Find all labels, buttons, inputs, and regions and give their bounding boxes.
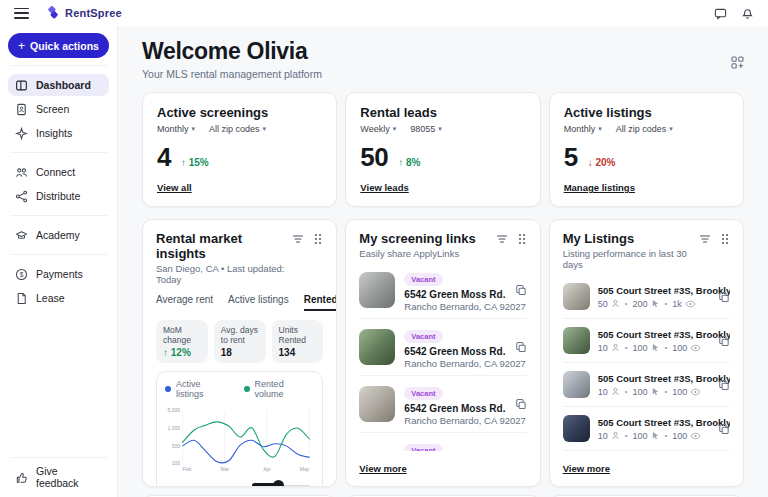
tab-active-listings[interactable]: Active listings — [228, 294, 289, 311]
view-more-link[interactable]: View more — [563, 463, 610, 474]
stat-delta: ↑ 15% — [181, 157, 209, 168]
sidebar-item-academy[interactable]: Academy — [8, 224, 109, 246]
card-title: My screening links — [359, 231, 475, 246]
screening-list-item[interactable]: Vacant 6542 Green Moss Rd. Rancho Bernar… — [359, 319, 526, 376]
main-content: Welcome Olivia Your MLS rental managemen… — [118, 26, 768, 497]
stat-value: 5 — [564, 142, 578, 173]
sidebar-item-insights[interactable]: Insights — [8, 122, 109, 144]
chart-range-slider[interactable] — [252, 480, 310, 487]
legend-rented-volume: Rented volume — [244, 379, 315, 399]
clicks-cursor-icon — [651, 343, 660, 352]
leads-person-icon — [611, 343, 620, 352]
card-subtitle: San Diego, CA • Last updated: Today — [156, 263, 292, 285]
sidebar-item-dashboard[interactable]: Dashboard — [8, 74, 109, 96]
period-filter-dropdown[interactable]: Monthly▾ — [564, 124, 602, 134]
copy-icon[interactable] — [718, 291, 730, 303]
my-listings-card: My Listings Listing performance in last … — [549, 219, 744, 487]
card-subtitle: Easily share ApplyLinks — [359, 248, 475, 259]
chevron-down-icon: ▾ — [598, 125, 602, 133]
avg-days-chip: Avg. days to rent 18 — [214, 320, 266, 363]
svg-text:5,000: 5,000 — [168, 407, 181, 413]
tab-rented-volume[interactable]: Rented volume — [304, 294, 338, 311]
page-subtitle: Your MLS rental management platform — [142, 68, 322, 80]
card-title: Active screenings — [157, 105, 322, 120]
legend-dot-green — [244, 386, 250, 392]
svg-text:500: 500 — [172, 443, 181, 449]
rental-market-insights-card: Rental market insights San Diego, CA • L… — [142, 219, 337, 487]
view-all-link[interactable]: View all — [157, 182, 192, 193]
copy-icon[interactable] — [718, 379, 730, 391]
views-eye-icon — [690, 344, 701, 352]
clicks-cursor-icon — [651, 431, 660, 440]
copy-icon[interactable] — [515, 398, 527, 410]
sidebar-item-label: Insights — [36, 127, 72, 139]
listing-row[interactable]: 505 Court Street #3S, Brooklyn 10 • 100 … — [563, 319, 730, 363]
sidebar-item-distribute[interactable]: Distribute — [8, 185, 109, 207]
sidebar-item-label: Payments — [36, 268, 83, 280]
legend-active-listings: Active listings — [165, 379, 230, 399]
view-more-link[interactable]: View more — [359, 463, 406, 474]
views-eye-icon — [690, 432, 701, 440]
svg-text:Mar: Mar — [221, 466, 230, 472]
sidebar-item-screen[interactable]: Screen — [8, 98, 109, 120]
copy-icon[interactable] — [718, 423, 730, 435]
view-leads-link[interactable]: View leads — [360, 182, 408, 193]
divider — [10, 65, 107, 66]
property-thumbnail — [359, 386, 395, 422]
drag-handle-icon[interactable] — [720, 233, 730, 245]
vacant-badge: Vacant — [404, 444, 442, 451]
copy-icon[interactable] — [515, 284, 527, 296]
brand-logo[interactable]: RentSpree — [45, 6, 122, 21]
divider — [10, 254, 107, 255]
property-thumbnail — [359, 443, 395, 451]
filter-icon[interactable] — [496, 233, 508, 245]
sidebar-item-payments[interactable]: $ Payments — [8, 263, 109, 285]
messages-icon[interactable] — [714, 7, 727, 20]
chevron-down-icon: ▾ — [192, 125, 196, 133]
quick-actions-button[interactable]: + Quick actions — [8, 33, 109, 58]
menu-icon[interactable] — [14, 8, 29, 19]
sidebar-item-label: Connect — [36, 166, 75, 178]
zipcode-filter-dropdown[interactable]: All zip codes▾ — [616, 124, 673, 134]
period-filter-dropdown[interactable]: Weekly▾ — [360, 124, 396, 134]
sidebar-item-connect[interactable]: Connect — [8, 161, 109, 183]
property-thumbnail — [563, 371, 590, 398]
leads-person-icon — [611, 299, 620, 308]
listing-row[interactable]: 505 Court Street #3S, Brooklyn 50 • 200 … — [563, 275, 730, 319]
insights-chart: Active listings Rented volume FebMarAprM… — [156, 371, 323, 487]
listing-row[interactable]: 505 Court Street #3S, Brooklyn 10 • 100 … — [563, 407, 730, 451]
units-rented-chip: Units Rented 134 — [272, 320, 324, 363]
zipcode-filter-dropdown[interactable]: All zip codes▾ — [209, 124, 266, 134]
give-feedback-button[interactable]: Give feedback — [8, 466, 109, 488]
connect-people-icon — [15, 166, 28, 179]
card-title: My Listings — [563, 231, 699, 246]
period-filter-dropdown[interactable]: Monthly▾ — [157, 124, 195, 134]
filter-icon[interactable] — [699, 233, 711, 245]
customize-dashboard-button[interactable] — [731, 56, 744, 69]
filter-icon[interactable] — [292, 233, 304, 245]
clicks-cursor-icon — [651, 387, 660, 396]
screening-list-item[interactable]: Vacant 6542 Green Moss Rd. Rancho Bernar… — [359, 433, 526, 451]
lease-document-icon — [15, 292, 28, 305]
slider-knob[interactable] — [273, 480, 284, 487]
drag-handle-icon[interactable] — [517, 233, 527, 245]
clicks-cursor-icon — [651, 299, 660, 308]
sidebar-item-lease[interactable]: Lease — [8, 287, 109, 309]
drag-handle-icon[interactable] — [313, 233, 323, 245]
listing-row[interactable]: 505 Court Street #3S, Brooklyn 10 • 100 … — [563, 363, 730, 407]
manage-listings-link[interactable]: Manage listings — [564, 182, 635, 193]
screening-list-item[interactable]: Vacant 6542 Green Moss Rd. Rancho Bernar… — [359, 376, 526, 433]
notifications-bell-icon[interactable] — [741, 7, 754, 20]
customize-grid-plus-icon — [731, 56, 744, 69]
card-subtitle: Listing performance in last 30 days — [563, 248, 699, 270]
quick-actions-label: Quick actions — [30, 40, 99, 52]
tab-average-rent[interactable]: Average rent — [156, 294, 213, 311]
dashboard-icon — [15, 79, 28, 92]
copy-icon[interactable] — [515, 341, 527, 353]
screening-list-item[interactable]: Vacant 6542 Green Moss Rd. Rancho Bernar… — [359, 262, 526, 319]
zipcode-filter-dropdown[interactable]: 98055▾ — [410, 124, 442, 134]
active-screenings-card: Active screenings Monthly▾ All zip codes… — [142, 92, 337, 207]
screening-links-list: Vacant 6542 Green Moss Rd. Rancho Bernar… — [359, 262, 526, 451]
copy-icon[interactable] — [718, 335, 730, 347]
leads-person-icon — [611, 431, 620, 440]
